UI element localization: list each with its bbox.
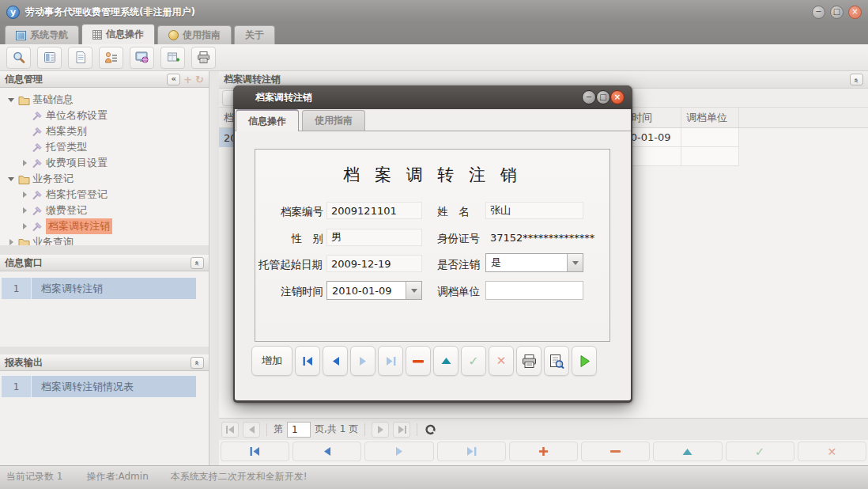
folder-icon — [17, 237, 30, 245]
tree-item-archive-custody[interactable]: 档案托管登记 — [0, 187, 209, 203]
collapse-left-button[interactable]: « — [167, 74, 180, 85]
file-no-label: 档案编号 — [255, 205, 323, 219]
page-prev-button[interactable] — [243, 422, 260, 438]
database-add-icon — [166, 51, 180, 64]
confirm-button[interactable]: ✓ — [461, 346, 486, 376]
is-cancel-combo[interactable]: 是 — [485, 253, 583, 272]
window-titlebar: y 劳动事务代理收费管理系统(非注册用户) − □ × — [0, 0, 868, 24]
collapse-up-button[interactable]: « — [850, 74, 863, 85]
print-preview-button[interactable] — [544, 346, 569, 376]
cancel-button[interactable]: ✕ — [489, 346, 514, 376]
cancel-time-combo[interactable]: 2010-01-09 — [326, 281, 422, 300]
window-minimize-button[interactable]: − — [812, 6, 825, 19]
expander[interactable] — [6, 177, 16, 181]
report-output-list: 1 档案调转注销情况表 — [0, 371, 209, 465]
page-first-button[interactable] — [221, 422, 239, 438]
id-no-field[interactable]: 37152************** — [485, 229, 583, 246]
expander[interactable] — [20, 191, 29, 198]
name-field[interactable]: 张山 — [485, 202, 583, 219]
collapse-up-button[interactable]: « — [191, 257, 204, 269]
record-next-button[interactable] — [364, 442, 433, 461]
search-button[interactable] — [6, 47, 31, 69]
dialog-body: 信息操作 使用指南 档 案 调 转 注 销 档案编号 2009121101 姓 … — [235, 109, 631, 400]
record-cancel-button[interactable]: ✕ — [798, 442, 866, 461]
file-no-field[interactable]: 2009121101 — [326, 202, 422, 219]
chevron-down-icon — [572, 261, 579, 265]
record-add-button[interactable] — [509, 442, 578, 461]
page-next-button[interactable] — [372, 422, 389, 438]
column-header[interactable]: 调档单位 — [681, 108, 739, 127]
edit-record-button[interactable] — [433, 346, 459, 376]
dropdown-button[interactable] — [567, 254, 583, 271]
document-button[interactable] — [68, 47, 92, 69]
user-settings-button[interactable] — [99, 47, 123, 69]
chevron-down-icon[interactable] — [406, 282, 421, 299]
tree-folder-business-register[interactable]: 业务登记 — [0, 171, 209, 187]
expander[interactable] — [20, 207, 29, 214]
tree-folder-basic-info[interactable]: 基础信息 — [0, 92, 209, 108]
tree-item-custody-type[interactable]: 托管类型 — [0, 139, 209, 155]
tree-item-unit-name[interactable]: 单位名称设置 — [0, 108, 209, 123]
dialog-maximize-button[interactable]: □ — [596, 90, 610, 104]
tab-about[interactable]: 关于 — [234, 25, 275, 44]
transfer-unit-input[interactable] — [485, 281, 583, 300]
window-view-button[interactable] — [130, 47, 154, 69]
record-confirm-button[interactable]: ✓ — [726, 442, 794, 461]
report-view-button[interactable] — [37, 47, 62, 69]
dialog-tab-user-guide[interactable]: 使用指南 — [302, 110, 365, 131]
page-number-input[interactable] — [287, 422, 311, 438]
tree-folder-business-query[interactable]: 业务查询 — [0, 234, 209, 245]
record-remove-button[interactable] — [581, 442, 650, 461]
database-add-button[interactable] — [160, 47, 185, 69]
tree-item-fee-items[interactable]: 收费项目设置 — [0, 155, 209, 171]
info-window-row[interactable]: 1 档案调转注销 — [2, 278, 196, 299]
tab-system-nav[interactable]: 系统导航 — [5, 25, 79, 44]
record-count-text: 当前记录数 1 — [6, 470, 62, 483]
tab-label: 系统导航 — [30, 28, 68, 42]
nav-prev-button[interactable] — [323, 346, 348, 376]
window-close-button[interactable]: × — [848, 6, 862, 19]
expander[interactable] — [20, 160, 29, 166]
transfer-unit-label: 调档单位 — [437, 285, 480, 299]
nav-first-button[interactable] — [295, 346, 320, 376]
run-button[interactable] — [572, 346, 597, 376]
window-maximize-button[interactable]: □ — [830, 6, 843, 19]
dialog-minimize-button[interactable]: − — [582, 90, 596, 104]
tab-info-operation[interactable]: 信息操作 — [81, 24, 155, 44]
start-date-field[interactable]: 2009-12-19 — [326, 255, 422, 272]
tree-item-archive-type[interactable]: 档案类别 — [0, 123, 209, 139]
expander[interactable] — [6, 239, 16, 245]
tree-item-archive-transfer-cancel[interactable]: 档案调转注销 — [0, 218, 209, 234]
row-label: 档案调转注销情况表 — [32, 376, 196, 397]
chevron-down-icon — [411, 289, 417, 293]
gender-field[interactable]: 男 — [326, 229, 422, 246]
page-last-button[interactable] — [393, 422, 410, 438]
nav-next-button[interactable] — [350, 346, 376, 376]
record-prev-button[interactable] — [292, 442, 361, 461]
document-icon — [74, 51, 88, 64]
report-output-row[interactable]: 1 档案调转注销情况表 — [2, 376, 196, 397]
expander[interactable] — [6, 98, 16, 102]
print-button[interactable] — [191, 47, 216, 69]
remove-record-button[interactable] — [406, 346, 431, 376]
add-record-button[interactable]: 增加 — [251, 346, 292, 376]
nav-last-button[interactable] — [378, 346, 403, 376]
panel-splitter[interactable] — [209, 71, 219, 465]
record-first-button[interactable] — [221, 442, 289, 461]
dialog-tab-info-operation[interactable]: 信息操作 — [236, 109, 299, 131]
tree-label: 托管类型 — [46, 140, 87, 154]
tree-label: 业务登记 — [32, 172, 74, 186]
refresh-button[interactable] — [424, 423, 437, 436]
print-button[interactable] — [516, 346, 542, 376]
name-label: 姓 名 — [437, 205, 470, 219]
record-edit-button[interactable] — [653, 442, 722, 461]
refresh-icon — [424, 423, 437, 436]
dialog-titlebar[interactable]: 档案调转注销 − □ × — [233, 85, 632, 109]
cell-empty — [681, 147, 739, 166]
record-last-button[interactable] — [437, 442, 506, 461]
tree-item-payment-register[interactable]: 缴费登记 — [0, 203, 209, 218]
dialog-close-button[interactable]: × — [610, 90, 625, 104]
collapse-up-button[interactable]: « — [191, 357, 204, 369]
tab-user-guide[interactable]: 使用指南 — [157, 25, 232, 44]
expander[interactable] — [20, 223, 29, 229]
